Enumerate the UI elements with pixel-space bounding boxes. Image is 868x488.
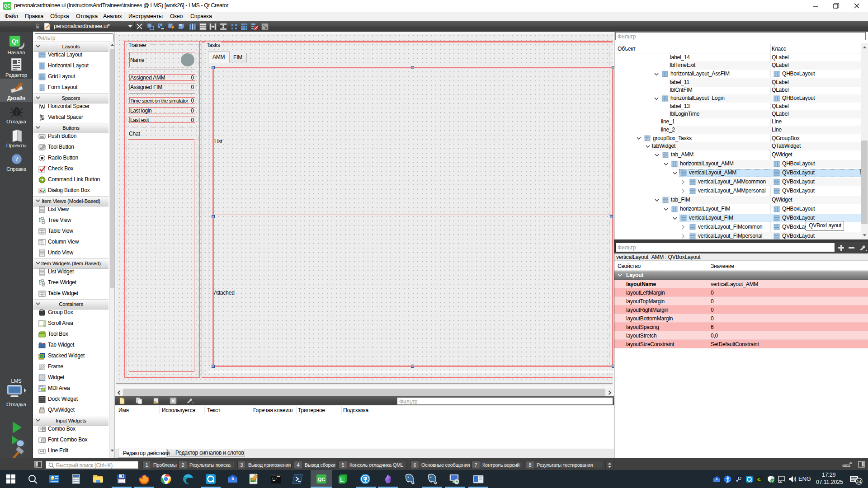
svg-text:b: b <box>231 476 234 481</box>
svg-text:14: 14 <box>857 479 861 484</box>
svg-text:Qt: Qt <box>12 38 19 45</box>
svg-text:C:\: C:\ <box>272 477 277 480</box>
svg-text:AB: AB <box>40 450 43 453</box>
svg-text:OK: OK <box>40 136 44 138</box>
svg-text:QC: QC <box>4 4 11 9</box>
svg-text:L: L <box>340 477 343 483</box>
svg-text:123: 123 <box>179 24 183 27</box>
svg-text:b: b <box>716 478 717 481</box>
svg-text:?: ? <box>15 156 19 163</box>
svg-text:QC: QC <box>318 477 326 482</box>
